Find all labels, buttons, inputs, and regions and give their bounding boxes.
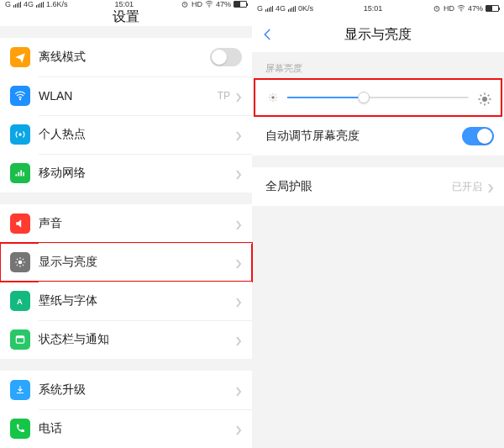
- row-label: 状态栏与通知: [39, 332, 235, 347]
- brightness-panel: G 4G 0K/s 15:01 HD 47% 显示与亮度 屏幕亮度: [252, 0, 504, 448]
- brightness-slider[interactable]: [287, 97, 469, 98]
- signal-icon: [288, 6, 296, 12]
- sun-low-icon: [267, 92, 279, 103]
- row-label: 全局护眼: [265, 179, 452, 194]
- row-mobile-network[interactable]: 移动网络: [0, 154, 252, 192]
- row-wallpaper[interactable]: A 壁纸与字体: [0, 282, 252, 320]
- sound-icon: [10, 213, 30, 234]
- row-value: 已开启: [452, 180, 482, 194]
- carrier: G: [257, 4, 263, 13]
- svg-point-3: [18, 133, 22, 136]
- row-label: 自动调节屏幕亮度: [265, 129, 462, 144]
- net-speed: 0K/s: [298, 4, 313, 13]
- group-connectivity: 离线模式 WLAN TP 个人热点 移动网络: [0, 38, 252, 192]
- update-icon: [10, 380, 30, 400]
- carrier: G: [5, 0, 11, 8]
- clock: 15:01: [115, 0, 134, 8]
- brightness-icon: [10, 252, 30, 272]
- group-display: 声音 显示与亮度 A 壁纸与字体 状态栏与通知: [0, 204, 252, 359]
- wallpaper-icon: A: [10, 291, 30, 311]
- signal-icon: [265, 6, 273, 12]
- net-speed: 1.6K/s: [46, 0, 68, 8]
- back-button[interactable]: [260, 27, 276, 42]
- row-auto-brightness[interactable]: 自动调节屏幕亮度: [252, 117, 504, 155]
- svg-point-9: [460, 10, 461, 11]
- row-label: 壁纸与字体: [39, 293, 235, 308]
- row-phone[interactable]: 电话: [0, 409, 252, 448]
- hd-label: HD: [192, 0, 202, 8]
- network-type: 4G: [24, 0, 34, 8]
- airplane-switch[interactable]: [210, 48, 242, 66]
- alarm-icon: [181, 0, 189, 8]
- chevron-right-icon: [235, 424, 242, 434]
- row-label: 系统升级: [39, 382, 235, 398]
- row-wlan[interactable]: WLAN TP: [0, 76, 252, 115]
- status-bar: G 4G 1.6K/s 15:01 HD 47%: [0, 0, 252, 8]
- alarm-icon: [433, 4, 441, 13]
- brightness-slider-row: [255, 80, 501, 115]
- auto-brightness-switch[interactable]: [462, 127, 494, 145]
- group-system: 系统升级 电话 帐户与同步: [0, 371, 252, 448]
- hotspot-icon: [10, 124, 30, 145]
- slider-thumb[interactable]: [358, 92, 370, 103]
- chevron-right-icon: [235, 296, 242, 306]
- chevron-right-icon: [235, 257, 242, 267]
- row-airplane-mode[interactable]: 离线模式: [0, 38, 252, 76]
- hd-label: HD: [444, 4, 454, 13]
- mobile-network-icon: [10, 163, 30, 183]
- group-eye: 全局护眼 已开启: [252, 167, 504, 206]
- row-label: 显示与亮度: [39, 255, 235, 270]
- row-display-brightness[interactable]: 显示与亮度: [0, 243, 252, 282]
- status-bar: G 4G 0K/s 15:01 HD 47%: [252, 0, 504, 17]
- battery-pct: 47%: [216, 0, 231, 8]
- chevron-right-icon: [235, 168, 242, 178]
- row-global-eye[interactable]: 全局护眼 已开启: [252, 167, 504, 206]
- wifi-icon: [205, 0, 213, 8]
- svg-rect-7: [16, 336, 24, 338]
- row-label: WLAN: [39, 89, 218, 103]
- battery-pct: 47%: [468, 4, 483, 13]
- svg-point-10: [271, 96, 275, 99]
- chevron-right-icon: [235, 385, 242, 395]
- row-label: 声音: [39, 216, 235, 231]
- row-label: 电话: [39, 421, 235, 436]
- brightness-highlight: [254, 78, 502, 117]
- row-hotspot[interactable]: 个人热点: [0, 115, 252, 154]
- section-brightness-title: 屏幕亮度: [252, 52, 504, 78]
- row-label: 移动网络: [39, 166, 235, 181]
- wifi-icon: [457, 4, 465, 13]
- signal-icon: [13, 2, 21, 8]
- battery-icon: [486, 5, 499, 12]
- row-value: TP: [218, 90, 230, 102]
- svg-text:A: A: [17, 298, 23, 306]
- page-title: 显示与亮度: [252, 17, 504, 52]
- chevron-right-icon: [487, 182, 494, 192]
- sun-high-icon: [477, 92, 489, 103]
- svg-point-11: [482, 97, 487, 102]
- chevron-right-icon: [235, 91, 242, 101]
- page-title: 设置: [0, 8, 252, 26]
- battery-icon: [234, 1, 247, 8]
- signal-icon: [36, 2, 44, 8]
- statusbar-icon: [10, 329, 30, 350]
- svg-point-2: [19, 98, 21, 100]
- wifi-icon: [10, 86, 30, 106]
- row-sound[interactable]: 声音: [0, 204, 252, 243]
- chevron-right-icon: [235, 129, 242, 140]
- clock: 15:01: [364, 4, 383, 13]
- row-statusbar[interactable]: 状态栏与通知: [0, 320, 252, 359]
- phone-icon: [10, 419, 30, 439]
- row-system-update[interactable]: 系统升级: [0, 371, 252, 409]
- airplane-icon: [10, 47, 30, 67]
- network-type: 4G: [276, 4, 286, 13]
- chevron-right-icon: [235, 219, 242, 229]
- svg-point-4: [18, 261, 23, 265]
- row-label: 离线模式: [39, 50, 210, 65]
- settings-panel: G 4G 1.6K/s 15:01 HD 47% 设置 离线模式 WLAN TP: [0, 0, 252, 448]
- row-label: 个人热点: [39, 127, 235, 142]
- chevron-right-icon: [235, 335, 242, 345]
- svg-point-1: [208, 6, 209, 7]
